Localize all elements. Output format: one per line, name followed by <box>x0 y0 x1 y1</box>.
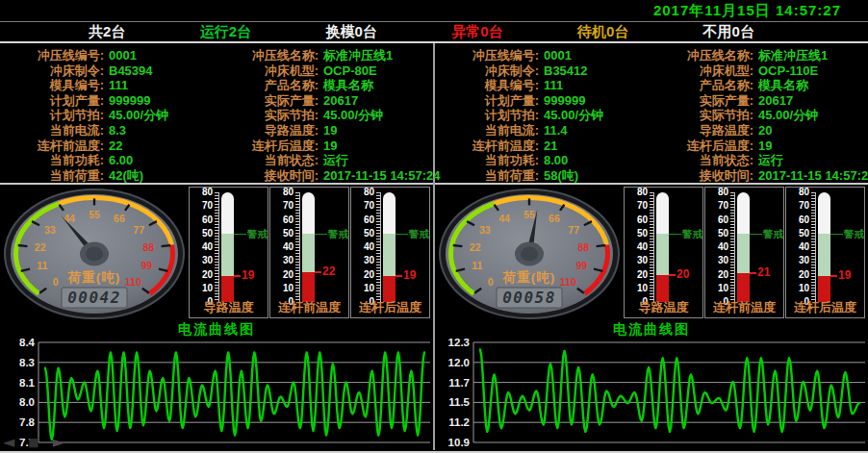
top-bar: 2017年11月15日 14:57:27 <box>0 0 868 22</box>
gauge-tick-label: 110 <box>125 276 141 288</box>
info-value: 45.00/分钟 <box>753 108 868 123</box>
thermo-scale: 80706050403020100 <box>626 188 648 307</box>
info-label: 产品名称: <box>217 78 319 93</box>
info-value: 111 <box>539 78 651 93</box>
warn-line <box>669 234 681 235</box>
waveform <box>480 349 859 432</box>
info-label: 当前荷重: <box>0 168 104 184</box>
info-label: 冲压线名称: <box>217 48 319 63</box>
status-item-1: 运行2台 <box>200 23 251 41</box>
chart-scroll-right-icon[interactable]: ► <box>53 436 64 449</box>
thermo-scale-label: 20 <box>799 270 809 280</box>
gauge-tick-label: 22 <box>470 241 481 253</box>
gauge-tick-label: 77 <box>568 224 579 236</box>
gauge-tick-label: 99 <box>140 260 152 271</box>
thermo-scale-label: 70 <box>637 201 648 211</box>
gauge-hub-center <box>521 247 538 262</box>
hmi-dashboard: 2017年11月15日 14:57:27 共2台运行2台换模0台异常0台待机0台… <box>0 0 868 453</box>
info-label: 实际产量: <box>217 93 319 109</box>
info-value: 运行 <box>753 153 868 168</box>
thermo-scale-label: 10 <box>202 284 213 293</box>
info-value: 58(吨) <box>539 168 651 184</box>
thermo-scale-label: 50 <box>283 229 294 239</box>
thermo-scale-label: 20 <box>202 270 213 280</box>
thermo-scale-label: 60 <box>202 215 213 225</box>
info-value: 999999 <box>539 93 651 109</box>
y-axis-label: 8.3 <box>19 357 35 368</box>
current-curve-chart: 电流曲线图 8.48.38.18.07.87.7 ◄ ■ ► <box>0 321 433 452</box>
thermo-scale-label: 60 <box>364 215 374 225</box>
press-line-panel-2: 冲压线编号:0001冲压线名称:标准冲压线1冲床制令:B35412冲床机型:OC… <box>435 43 868 450</box>
thermo-scale-label: 40 <box>202 242 213 252</box>
thermo-scale-label: 40 <box>718 242 728 252</box>
thermo-value-label: 19 <box>403 268 416 282</box>
thermo-normal-zone <box>737 234 750 273</box>
gauge-unit-label: 荷重(吨) <box>67 270 121 285</box>
info-value: OCP-80E <box>319 63 440 79</box>
gauge-tick-label: 0 <box>53 276 59 288</box>
thermo-scale-label: 10 <box>718 284 728 293</box>
current-curve-chart: 电流曲线图 12.312.011.711.511.210.9 <box>435 321 868 452</box>
info-label: 模具编号: <box>435 78 539 93</box>
gauge-tick-label: 88 <box>577 241 589 253</box>
info-label: 当前荷重: <box>435 168 539 184</box>
info-value: OCP-110E <box>753 63 868 79</box>
info-value: 0001 <box>104 48 217 63</box>
thermo-scale-label: 50 <box>799 229 809 239</box>
meters-row: 0112233445566778899110 荷重(吨) 00058 80706… <box>435 185 868 321</box>
info-value: 22 <box>104 138 217 154</box>
chart-scroll-left-icon[interactable]: ◄ <box>3 436 14 449</box>
thermo-scale-label: 40 <box>799 242 809 252</box>
thermo-fill <box>221 276 234 302</box>
thermometer-panel: 80706050403020100警戒19导路温度 <box>189 187 268 318</box>
thermo-value-tick <box>396 275 402 277</box>
warn-label: 警戒 <box>328 228 348 241</box>
y-axis-label: 11.5 <box>448 396 470 408</box>
thermometer-tube <box>818 192 830 302</box>
thermo-scale-label: 70 <box>799 201 809 211</box>
info-value: 19 <box>753 138 868 154</box>
thermo-name-label: 导路温度 <box>625 299 702 316</box>
thermo-scale: 80706050403020100 <box>788 188 809 307</box>
thermo-scale-label: 80 <box>283 188 294 197</box>
thermo-name-label: 连杆前温度 <box>705 299 783 316</box>
warn-line <box>396 234 408 235</box>
info-label: 模具编号: <box>0 78 104 93</box>
thermo-scale-label: 30 <box>283 256 294 265</box>
thermo-value-tick <box>234 275 241 277</box>
thermometers: 80706050403020100警戒19导路温度807060504030201… <box>189 185 433 321</box>
thermometer-tube <box>302 192 315 302</box>
thermometer-tube <box>221 192 234 302</box>
gauge-tick-label: 110 <box>560 276 576 288</box>
info-label: 接收时间: <box>217 168 319 184</box>
info-value: 11.4 <box>539 123 651 138</box>
info-label: 冲床制令: <box>0 63 104 79</box>
thermo-fill <box>656 275 669 303</box>
gauge-tick-label: 66 <box>549 213 560 224</box>
thermo-value-tick <box>315 271 321 273</box>
y-axis-label: 11.2 <box>448 416 470 428</box>
info-value: 111 <box>104 78 217 93</box>
warn-line <box>315 234 327 235</box>
info-value: 45.00/分钟 <box>539 108 651 123</box>
gauge-hub-center <box>86 247 103 262</box>
warn-line <box>830 234 843 235</box>
thermo-value-label: 21 <box>757 265 770 279</box>
info-value: 45.00/分钟 <box>104 108 217 123</box>
info-value: 模具名称 <box>753 78 868 93</box>
info-value: 20617 <box>753 93 868 109</box>
gauge-unit-label: 荷重(吨) <box>502 270 556 285</box>
thermo-tick-strip <box>215 192 219 302</box>
gauge-tick-label: 33 <box>44 224 56 236</box>
gauge-tick-label: 77 <box>133 224 144 236</box>
thermo-scale-label: 80 <box>637 188 648 197</box>
info-grid: 冲压线编号:0001冲压线名称:标准冲压线1冲床制令:B45394冲床机型:OC… <box>0 43 433 185</box>
info-label: 实际节拍: <box>651 108 753 123</box>
thermo-scale-label: 60 <box>283 215 294 225</box>
chart-scroll-box-icon[interactable]: ■ <box>28 436 38 449</box>
thermo-tick-strip <box>730 192 735 302</box>
gauge-tick-label: 11 <box>472 260 482 271</box>
info-label: 实际节拍: <box>217 108 319 123</box>
warn-label: 警戒 <box>409 228 429 241</box>
thermo-scale-label: 20 <box>637 270 648 280</box>
